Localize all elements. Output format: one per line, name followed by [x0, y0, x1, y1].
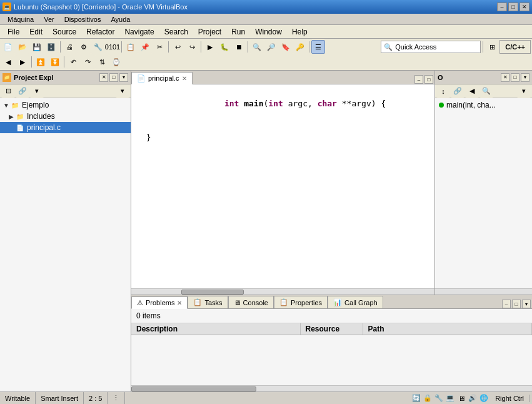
- vm-menu-item-view[interactable]: Ver: [39, 16, 59, 23]
- vm-menu-item-help[interactable]: Ayuda: [106, 16, 135, 23]
- filter-tree-button[interactable]: ▾: [30, 84, 44, 98]
- menu-source[interactable]: Source: [48, 26, 81, 38]
- save-all-button[interactable]: 🗄️: [44, 40, 58, 54]
- panel-maximize-button[interactable]: □: [109, 73, 118, 82]
- info-button[interactable]: 0101: [106, 40, 119, 54]
- outline-hide-btn[interactable]: ◀: [465, 84, 479, 98]
- bottom-scrollbar[interactable]: [131, 385, 532, 391]
- collapse-all-button[interactable]: ⊟: [1, 84, 15, 98]
- maximize-button[interactable]: □: [508, 3, 518, 11]
- tab-tasks-label: Tasks: [204, 299, 222, 306]
- back-button[interactable]: ◀: [1, 55, 15, 69]
- settings-button[interactable]: 🔧: [91, 40, 105, 54]
- tree-item-includes[interactable]: ▶ 📁 Includes: [0, 111, 131, 122]
- project-explorer-label: Project Expl: [14, 74, 54, 81]
- tree-item-ejemplo[interactable]: ▼ 📁 Ejemplo: [0, 99, 131, 111]
- next-edit-button[interactable]: ⏫: [34, 55, 48, 69]
- run-button[interactable]: ▶: [203, 40, 217, 54]
- status-icon-2[interactable]: 🔒: [423, 393, 433, 403]
- bookmark-button[interactable]: 🔑: [293, 40, 307, 54]
- menu-help[interactable]: Help: [287, 26, 313, 38]
- menu-project[interactable]: Project: [193, 26, 226, 38]
- outline-sort-btn[interactable]: ↕: [436, 84, 450, 98]
- prev-edit-button[interactable]: ⏬: [48, 55, 62, 69]
- tab-console[interactable]: 🖥 Console: [228, 296, 274, 308]
- minimize-button[interactable]: –: [497, 3, 507, 11]
- scrollbar-thumb[interactable]: [181, 290, 244, 295]
- menu-search[interactable]: Search: [159, 26, 193, 38]
- open-button[interactable]: 📂: [16, 40, 29, 54]
- tab-problems[interactable]: ⚠ Problems ✕: [131, 296, 188, 309]
- tab-callgraph[interactable]: 📊 Call Graph: [328, 296, 383, 308]
- link-button[interactable]: 🔗: [16, 84, 29, 98]
- window-title: Lubuntu (Snapshot 0) [Corriendo] - Oracl…: [14, 3, 188, 11]
- project-tree: ▼ 📁 Ejemplo ▶ 📁 Includes 📄 principal.c: [0, 98, 131, 391]
- editor-minimize-btn[interactable]: –: [414, 75, 423, 84]
- view-menu-button[interactable]: ▾: [116, 84, 129, 98]
- tab-tasks[interactable]: 📋 Tasks: [188, 296, 228, 308]
- menu-edit[interactable]: Edit: [24, 26, 48, 38]
- outline-collapse-btn[interactable]: ▾: [517, 84, 531, 98]
- menu-refactor[interactable]: Refactor: [81, 26, 119, 38]
- outline-maximize-btn[interactable]: □: [511, 73, 519, 82]
- outline-scrollbar[interactable]: [435, 288, 532, 295]
- tab-close-button[interactable]: ✕: [182, 75, 187, 82]
- menu-window[interactable]: Window: [250, 26, 287, 38]
- main-content: 📁 Project Expl ✕ □ ▾ ⊟ 🔗 ▾ ▾ ▼: [0, 71, 532, 391]
- open-perspective-button[interactable]: ⊞: [485, 40, 499, 54]
- close-button[interactable]: ✕: [519, 3, 529, 11]
- bottom-menu-btn[interactable]: ▾: [522, 300, 531, 308]
- panel-close-button[interactable]: ▾: [119, 73, 128, 82]
- undo-button[interactable]: ↩: [171, 40, 184, 54]
- status-icon-6[interactable]: 🔊: [468, 393, 478, 403]
- code-content[interactable]: int main(int argc, char **argv) { }: [131, 84, 434, 288]
- editor-horizontal-scrollbar[interactable]: [131, 288, 434, 295]
- outline-filter-btn[interactable]: 🔍: [479, 84, 493, 98]
- editor-tab-principal-c[interactable]: 📄 principal.c ✕: [131, 72, 193, 84]
- forward-button[interactable]: ▶: [16, 55, 29, 69]
- menu-file[interactable]: File: [3, 26, 24, 38]
- paste-button[interactable]: 📌: [138, 40, 152, 54]
- status-icon-4[interactable]: 💻: [445, 393, 455, 403]
- last-edit2-button[interactable]: ↷: [81, 55, 94, 69]
- debug-button[interactable]: 🐛: [218, 40, 231, 54]
- new-button[interactable]: 📄: [1, 40, 15, 54]
- status-icon-7[interactable]: 🌐: [479, 393, 489, 403]
- status-icon-5[interactable]: 🖥: [456, 393, 466, 403]
- outline-close-btn[interactable]: ✕: [501, 73, 509, 82]
- last-edit-button[interactable]: ↶: [66, 55, 80, 69]
- outline-link-btn[interactable]: 🔗: [451, 84, 464, 98]
- status-icon-3[interactable]: 🔧: [434, 393, 444, 403]
- panel-minimize-button[interactable]: ✕: [99, 73, 108, 82]
- redo-button[interactable]: ↪: [185, 40, 199, 54]
- outline-menu-btn[interactable]: ▾: [521, 73, 529, 82]
- tab-problems-close[interactable]: ✕: [177, 300, 182, 306]
- menu-run[interactable]: Run: [226, 26, 250, 38]
- tab-properties[interactable]: 📋 Properties: [274, 296, 328, 308]
- outline-item-main[interactable]: main(int, cha...: [436, 99, 531, 111]
- search-button[interactable]: 🔍: [250, 40, 264, 54]
- vm-menu-item-devices[interactable]: Dispositivos: [59, 16, 106, 23]
- search2-button[interactable]: 🔎: [264, 40, 278, 54]
- cut-button[interactable]: ✂: [153, 40, 166, 54]
- vm-menu-item-machine[interactable]: Máquina: [3, 16, 39, 23]
- editor-maximize-btn[interactable]: □: [424, 75, 433, 84]
- filter-button[interactable]: 🔖: [279, 40, 293, 54]
- save-button[interactable]: 💾: [30, 40, 44, 54]
- print-button[interactable]: 🖨: [63, 40, 76, 54]
- perspective-cpp-button[interactable]: C/C++: [499, 40, 531, 54]
- build-button[interactable]: ⚙: [77, 40, 91, 54]
- quick-access-bar[interactable]: 🔍 Quick Access: [381, 41, 481, 53]
- toggle-button[interactable]: ⇅: [95, 55, 109, 69]
- bottom-scrollbar-thumb[interactable]: [131, 386, 256, 391]
- perspective-toggle[interactable]: ☰: [311, 40, 325, 54]
- menu-navigate[interactable]: Navigate: [119, 26, 159, 38]
- status-icon-1[interactable]: 🔄: [411, 393, 421, 403]
- bottom-maximize-btn[interactable]: □: [512, 300, 521, 308]
- code-editor[interactable]: int main(int argc, char **argv) { }: [131, 84, 434, 288]
- bottom-minimize-btn[interactable]: –: [502, 300, 511, 308]
- tree-item-principal-c[interactable]: 📄 principal.c: [0, 122, 131, 133]
- stop-button[interactable]: ⏹: [232, 40, 246, 54]
- history-button[interactable]: ⌚: [109, 55, 123, 69]
- copy-button[interactable]: 📋: [124, 40, 138, 54]
